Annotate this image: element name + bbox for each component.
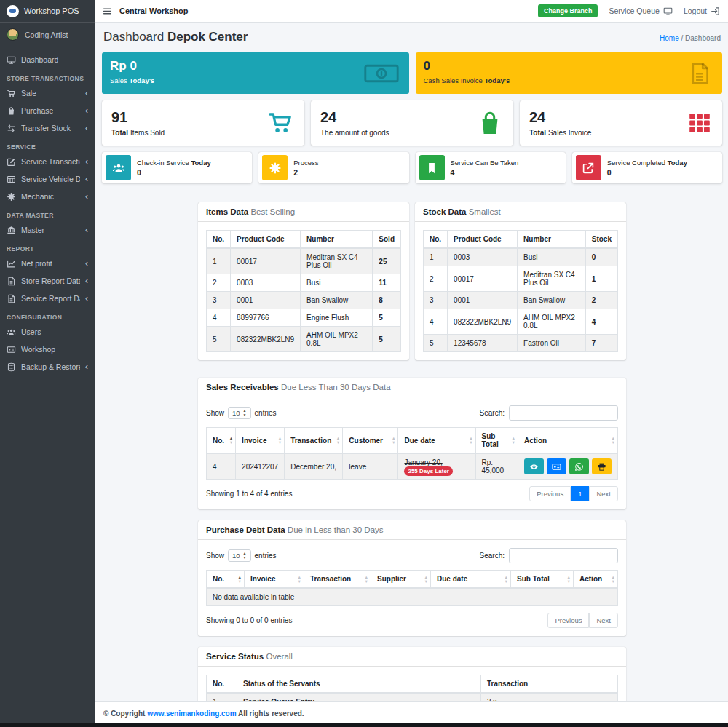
col-transaction[interactable]: Transaction▲▼	[304, 571, 371, 589]
breadcrumb: Home / Dashboard	[660, 34, 721, 42]
table-row: 5082322MBK2LN9AHM OIL MPX2 0.8L5	[207, 327, 401, 352]
col-action[interactable]: Action▲▼	[574, 571, 618, 589]
chevron-left-icon: ‹	[85, 107, 88, 114]
change-branch-button[interactable]: Change Branch	[538, 4, 598, 17]
sidebar-item-net-profit[interactable]: Net profit ‹	[0, 255, 95, 272]
chevron-left-icon: ‹	[85, 363, 88, 370]
col-due-date[interactable]: Due date▲▼	[398, 428, 475, 454]
col-customer[interactable]: Customer▲▼	[343, 428, 398, 454]
col-sub-total[interactable]: Sub Total▲▼	[475, 428, 518, 454]
items-data-title: Items Data Best Selling	[198, 202, 409, 222]
sidebar-item-users[interactable]: Users	[0, 323, 95, 341]
sidebar-item-service-vehicle-data[interactable]: Service Vehicle Data ‹	[0, 170, 95, 188]
purchase-debt-table: No.▲▼ Invoice▲▼ Transaction▲▼ Supplier▲▼…	[206, 570, 618, 606]
sidebar-item-sale[interactable]: Sale ‹	[0, 84, 95, 102]
cash-sales-invoice-label: Cash Sales Invoice Today's	[424, 76, 715, 84]
sidebar-item-transfer-stock[interactable]: Transfer Stock ‹	[0, 119, 95, 137]
user-panel[interactable]: Coding Artist	[0, 23, 95, 47]
next-page-button[interactable]: Next	[589, 613, 618, 628]
col-supplier[interactable]: Supplier▲▼	[371, 571, 431, 589]
chevron-left-icon: ‹	[85, 260, 88, 267]
sidebar-section-data-master: DATA MASTER	[0, 205, 95, 221]
id-card-icon	[7, 345, 16, 354]
cart-icon	[7, 89, 16, 98]
whatsapp-icon	[574, 462, 584, 472]
breadcrumb-home-link[interactable]: Home	[660, 34, 679, 42]
senimankoding-link[interactable]: www.senimankoding.com	[147, 710, 236, 718]
sales-today-label: Sales Today's	[110, 76, 401, 84]
amount-of-goods-card: 24 The amount of goods	[311, 100, 513, 146]
col-invoice[interactable]: Invoice▲▼	[245, 571, 304, 589]
page-size-select[interactable]: 10 ▲▼	[228, 407, 251, 419]
sidebar-item-purchase[interactable]: Purchase ‹	[0, 102, 95, 119]
sidebar-section-service: SERVICE	[0, 137, 95, 153]
bookmark-icon	[419, 155, 445, 180]
money-bill-icon	[364, 63, 399, 84]
overdue-badge: 255 Days Later	[404, 466, 452, 476]
table-row: 4 202412207 December 20, leave January 2…	[207, 453, 618, 480]
sidebar-item-backup-restore[interactable]: Backup & Restore ‹	[0, 358, 95, 376]
total-sales-invoice-value: 24	[529, 110, 591, 124]
service-queue-link[interactable]: Service Queue	[609, 7, 672, 16]
sidebar: Workshop POS Coding Artist Dashboard STO…	[0, 0, 95, 727]
navbar-title[interactable]: Central Workshop	[119, 7, 189, 15]
pay-button[interactable]	[547, 458, 566, 474]
app-logo	[7, 5, 19, 17]
select-arrows-icon: ▲▼	[243, 552, 247, 560]
logout-link[interactable]: Logout	[684, 7, 720, 16]
previous-page-button[interactable]: Previous	[547, 613, 589, 628]
search-input[interactable]	[509, 405, 618, 421]
file-icon	[7, 277, 16, 286]
purchase-debt-title: Purchase Debt Data Due in Less than 30 D…	[198, 520, 626, 540]
money-check-icon	[552, 462, 561, 472]
sales-today-card: Rp 0 Sales Today's	[102, 52, 409, 94]
service-can-be-taken-value: 4	[451, 168, 519, 177]
view-button[interactable]	[524, 458, 544, 474]
table-row: 100017Meditran SX C4 Plus Oil25	[207, 248, 401, 274]
sidebar-item-service-report-data[interactable]: Service Report Data ‹	[0, 290, 95, 307]
sidebar-item-workshop[interactable]: Workshop	[0, 341, 95, 358]
whatsapp-button[interactable]	[569, 458, 589, 474]
sidebar-section-report: REPORT	[0, 239, 95, 255]
page-size-select[interactable]: 10 ▲▼	[228, 549, 251, 562]
sidebar-item-dashboard[interactable]: Dashboard	[0, 51, 95, 68]
sidebar-item-store-report-data[interactable]: Store Report Data ‹	[0, 272, 95, 290]
chevron-left-icon: ‹	[85, 295, 88, 302]
sidebar-item-service-transactions[interactable]: Service Transactions ‹	[0, 153, 95, 170]
pagination: Previous Next	[547, 613, 618, 628]
cash-sales-invoice-value: 0	[424, 59, 715, 74]
next-page-button[interactable]: Next	[589, 486, 618, 501]
search-input[interactable]	[509, 548, 618, 563]
previous-page-button[interactable]: Previous	[529, 486, 571, 501]
page-1-button[interactable]: 1	[571, 486, 589, 501]
due-date-overdue: January 20,	[404, 458, 442, 466]
no-data-text: No data available in table	[207, 588, 618, 606]
sidebar-item-mechanic[interactable]: Mechanic ‹	[0, 188, 95, 205]
col-no[interactable]: No.▲▼	[207, 571, 245, 589]
col-no[interactable]: No.▲▼	[207, 428, 236, 454]
col-action[interactable]: Action▲▼	[518, 428, 618, 454]
sidebar-section-store-transactions: STORE TRANSACTIONS	[0, 68, 95, 84]
print-button[interactable]	[592, 458, 612, 474]
service-completed-card: Service Completed Today 0	[572, 152, 722, 183]
menu-toggle-icon[interactable]	[103, 7, 112, 16]
chevron-left-icon: ‹	[85, 158, 88, 165]
table-row: 20003Busi11	[207, 274, 401, 292]
checkin-service-value: 0	[137, 168, 211, 177]
search-label: Search:	[480, 409, 505, 417]
showing-entries-text: Showing 0 to 0 of 0 entries	[206, 616, 292, 624]
col-due-date[interactable]: Due date▲▼	[431, 571, 511, 589]
bank-icon	[7, 226, 16, 235]
table-row: 4082322MBK2LN9AHM OIL MPX2 0.8L4	[424, 309, 618, 335]
col-invoice[interactable]: Invoice▲▼	[236, 428, 285, 454]
total-items-sold-value: 91	[111, 110, 165, 124]
service-can-be-taken-card: Service Can Be Taken 4	[416, 152, 566, 183]
sidebar-item-master[interactable]: Master ‹	[0, 221, 95, 239]
col-transaction[interactable]: Transaction▲▼	[285, 428, 343, 454]
page-size-control: Show 10 ▲▼ entries	[206, 549, 277, 562]
brand-link[interactable]: Workshop POS	[0, 0, 95, 23]
col-sub-total[interactable]: Sub Total▲▼	[511, 571, 574, 589]
select-arrows-icon: ▲▼	[243, 409, 247, 417]
showing-entries-text: Showing 1 to 4 of 4 entries	[206, 490, 292, 498]
grid-icon	[687, 110, 713, 136]
